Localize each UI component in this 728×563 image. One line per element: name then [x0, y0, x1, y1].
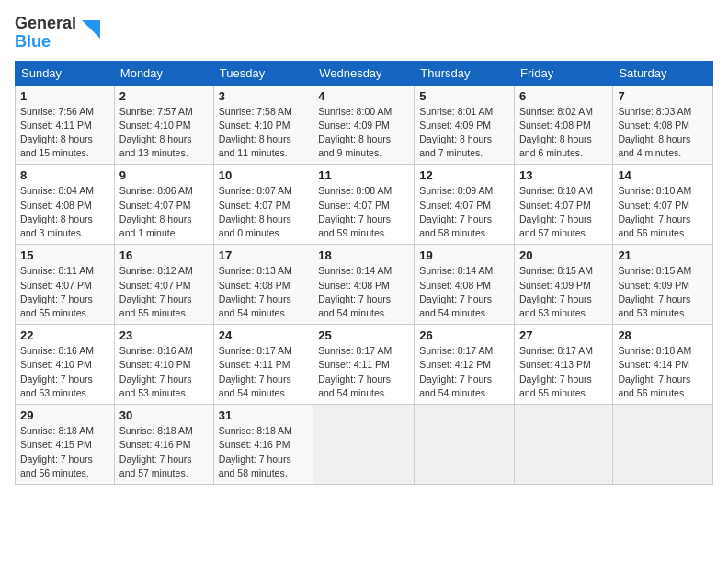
day-cell-13: 13 Sunrise: 8:10 AM Sunset: 4:07 PM Dayl…	[515, 165, 613, 245]
day-cell-4: 4 Sunrise: 8:00 AM Sunset: 4:09 PM Dayli…	[313, 85, 415, 165]
day-cell-7: 7 Sunrise: 8:03 AM Sunset: 4:08 PM Dayli…	[613, 85, 713, 165]
day-cell-26: 26 Sunrise: 8:17 AM Sunset: 4:12 PM Dayl…	[415, 325, 515, 405]
col-thursday: Thursday	[415, 61, 515, 85]
week-row: 8 Sunrise: 8:04 AM Sunset: 4:08 PM Dayli…	[16, 165, 713, 245]
day-cell-30: 30 Sunrise: 8:18 AM Sunset: 4:16 PM Dayl…	[114, 405, 213, 485]
logo: General Blue	[15, 15, 104, 52]
day-number: 9	[119, 168, 209, 182]
cell-content: Sunrise: 8:18 AM Sunset: 4:16 PM Dayligh…	[119, 424, 209, 480]
cell-content: Sunrise: 8:08 AM Sunset: 4:07 PM Dayligh…	[318, 184, 409, 240]
logo-triangle	[78, 17, 104, 50]
day-cell-6: 6 Sunrise: 8:02 AM Sunset: 4:08 PM Dayli…	[515, 85, 613, 165]
day-number: 10	[219, 168, 308, 182]
empty-cell	[515, 405, 613, 485]
cell-content: Sunrise: 8:16 AM Sunset: 4:10 PM Dayligh…	[119, 344, 209, 400]
day-number: 1	[20, 89, 109, 103]
cell-content: Sunrise: 8:14 AM Sunset: 4:08 PM Dayligh…	[419, 264, 509, 320]
calendar-body: 1 Sunrise: 7:56 AM Sunset: 4:11 PM Dayli…	[16, 85, 713, 484]
day-cell-5: 5 Sunrise: 8:01 AM Sunset: 4:09 PM Dayli…	[415, 85, 515, 165]
day-number: 31	[219, 408, 308, 422]
day-cell-11: 11 Sunrise: 8:08 AM Sunset: 4:07 PM Dayl…	[313, 165, 415, 245]
cell-content: Sunrise: 8:02 AM Sunset: 4:08 PM Dayligh…	[519, 105, 608, 161]
cell-content: Sunrise: 8:03 AM Sunset: 4:08 PM Dayligh…	[618, 105, 708, 161]
day-cell-24: 24 Sunrise: 8:17 AM Sunset: 4:11 PM Dayl…	[213, 325, 313, 405]
week-row: 29 Sunrise: 8:18 AM Sunset: 4:15 PM Dayl…	[16, 405, 713, 485]
col-wednesday: Wednesday	[313, 61, 415, 85]
day-number: 21	[618, 248, 708, 262]
cell-content: Sunrise: 8:17 AM Sunset: 4:13 PM Dayligh…	[519, 344, 608, 400]
cell-content: Sunrise: 8:17 AM Sunset: 4:11 PM Dayligh…	[318, 344, 409, 400]
day-number: 16	[119, 248, 209, 262]
empty-cell	[415, 405, 515, 485]
cell-content: Sunrise: 8:15 AM Sunset: 4:09 PM Dayligh…	[618, 264, 708, 320]
header-row: Sunday Monday Tuesday Wednesday Thursday…	[16, 61, 713, 85]
cell-content: Sunrise: 8:16 AM Sunset: 4:10 PM Dayligh…	[20, 344, 109, 400]
cell-content: Sunrise: 8:18 AM Sunset: 4:15 PM Dayligh…	[20, 424, 109, 480]
day-cell-3: 3 Sunrise: 7:58 AM Sunset: 4:10 PM Dayli…	[213, 85, 313, 165]
day-cell-2: 2 Sunrise: 7:57 AM Sunset: 4:10 PM Dayli…	[114, 85, 213, 165]
empty-cell	[613, 405, 713, 485]
cell-content: Sunrise: 8:07 AM Sunset: 4:07 PM Dayligh…	[219, 184, 308, 240]
day-number: 3	[219, 89, 308, 103]
cell-content: Sunrise: 8:17 AM Sunset: 4:11 PM Dayligh…	[219, 344, 308, 400]
col-tuesday: Tuesday	[213, 61, 313, 85]
cell-content: Sunrise: 8:14 AM Sunset: 4:08 PM Dayligh…	[318, 264, 409, 320]
day-number: 27	[519, 328, 608, 342]
day-number: 17	[219, 248, 308, 262]
day-number: 4	[318, 89, 409, 103]
cell-content: Sunrise: 7:56 AM Sunset: 4:11 PM Dayligh…	[20, 105, 109, 161]
day-cell-20: 20 Sunrise: 8:15 AM Sunset: 4:09 PM Dayl…	[515, 245, 613, 325]
day-cell-25: 25 Sunrise: 8:17 AM Sunset: 4:11 PM Dayl…	[313, 325, 415, 405]
day-number: 23	[119, 328, 209, 342]
day-cell-12: 12 Sunrise: 8:09 AM Sunset: 4:07 PM Dayl…	[415, 165, 515, 245]
day-number: 30	[119, 408, 209, 422]
col-monday: Monday	[114, 61, 213, 85]
col-friday: Friday	[515, 61, 613, 85]
cell-content: Sunrise: 8:11 AM Sunset: 4:07 PM Dayligh…	[20, 264, 109, 320]
week-row: 1 Sunrise: 7:56 AM Sunset: 4:11 PM Dayli…	[16, 85, 713, 165]
day-cell-31: 31 Sunrise: 8:18 AM Sunset: 4:16 PM Dayl…	[213, 405, 313, 485]
cell-content: Sunrise: 8:00 AM Sunset: 4:09 PM Dayligh…	[318, 105, 409, 161]
cell-content: Sunrise: 7:57 AM Sunset: 4:10 PM Dayligh…	[119, 105, 209, 161]
day-cell-8: 8 Sunrise: 8:04 AM Sunset: 4:08 PM Dayli…	[16, 165, 115, 245]
logo-svg: General Blue	[15, 15, 104, 52]
day-number: 2	[119, 89, 209, 103]
cell-content: Sunrise: 8:09 AM Sunset: 4:07 PM Dayligh…	[419, 184, 509, 240]
logo-text: General Blue	[15, 15, 76, 52]
day-number: 24	[219, 328, 308, 342]
day-number: 7	[618, 89, 708, 103]
day-cell-18: 18 Sunrise: 8:14 AM Sunset: 4:08 PM Dayl…	[313, 245, 415, 325]
header: General Blue	[15, 15, 713, 52]
calendar-table: Sunday Monday Tuesday Wednesday Thursday…	[15, 61, 713, 485]
day-cell-22: 22 Sunrise: 8:16 AM Sunset: 4:10 PM Dayl…	[16, 325, 115, 405]
cell-content: Sunrise: 8:15 AM Sunset: 4:09 PM Dayligh…	[519, 264, 608, 320]
day-cell-17: 17 Sunrise: 8:13 AM Sunset: 4:08 PM Dayl…	[213, 245, 313, 325]
day-number: 25	[318, 328, 409, 342]
day-cell-19: 19 Sunrise: 8:14 AM Sunset: 4:08 PM Dayl…	[415, 245, 515, 325]
day-number: 12	[419, 168, 509, 182]
cell-content: Sunrise: 8:13 AM Sunset: 4:08 PM Dayligh…	[219, 264, 308, 320]
day-number: 6	[519, 89, 608, 103]
col-saturday: Saturday	[613, 61, 713, 85]
day-cell-9: 9 Sunrise: 8:06 AM Sunset: 4:07 PM Dayli…	[114, 165, 213, 245]
cell-content: Sunrise: 8:06 AM Sunset: 4:07 PM Dayligh…	[119, 184, 209, 240]
day-number: 13	[519, 168, 608, 182]
day-cell-23: 23 Sunrise: 8:16 AM Sunset: 4:10 PM Dayl…	[114, 325, 213, 405]
day-cell-15: 15 Sunrise: 8:11 AM Sunset: 4:07 PM Dayl…	[16, 245, 115, 325]
col-sunday: Sunday	[16, 61, 115, 85]
day-number: 18	[318, 248, 409, 262]
svg-marker-0	[82, 20, 100, 39]
day-number: 29	[20, 408, 109, 422]
cell-content: Sunrise: 8:12 AM Sunset: 4:07 PM Dayligh…	[119, 264, 209, 320]
cell-content: Sunrise: 8:18 AM Sunset: 4:14 PM Dayligh…	[618, 344, 708, 400]
week-row: 22 Sunrise: 8:16 AM Sunset: 4:10 PM Dayl…	[16, 325, 713, 405]
day-cell-28: 28 Sunrise: 8:18 AM Sunset: 4:14 PM Dayl…	[613, 325, 713, 405]
day-cell-29: 29 Sunrise: 8:18 AM Sunset: 4:15 PM Dayl…	[16, 405, 115, 485]
day-cell-14: 14 Sunrise: 8:10 AM Sunset: 4:07 PM Dayl…	[613, 165, 713, 245]
day-number: 5	[419, 89, 509, 103]
day-number: 11	[318, 168, 409, 182]
day-number: 14	[618, 168, 708, 182]
page-container: General Blue Sunday Monday Tuesday Wedne…	[0, 0, 728, 492]
cell-content: Sunrise: 8:17 AM Sunset: 4:12 PM Dayligh…	[419, 344, 509, 400]
day-cell-16: 16 Sunrise: 8:12 AM Sunset: 4:07 PM Dayl…	[114, 245, 213, 325]
